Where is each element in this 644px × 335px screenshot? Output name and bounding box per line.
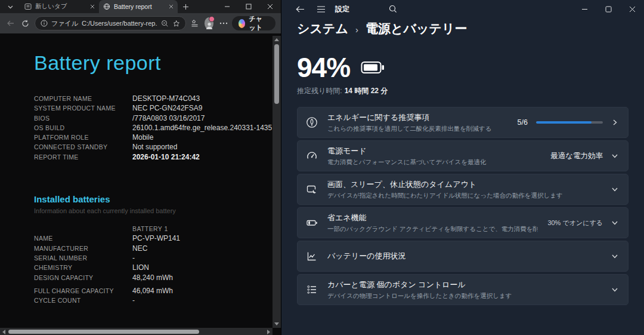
- battery-info-row: NAMEPC-VP-WP141: [34, 233, 281, 243]
- controls-list-icon: [306, 284, 318, 296]
- browser-close-button[interactable]: [259, 0, 281, 13]
- battery-info-label: [34, 224, 132, 233]
- navigation-menu-button[interactable]: [317, 6, 326, 13]
- horizontal-scroll-thumb[interactable]: [8, 330, 199, 334]
- hamburger-icon: [317, 6, 326, 13]
- settings-maximize-button[interactable]: [596, 0, 620, 18]
- favorites-hub-icon: [190, 19, 199, 27]
- installed-batteries-subtitle: Information about each currently install…: [34, 207, 281, 214]
- globe-icon: [103, 3, 110, 10]
- battery-info-row: CHEMISTRYLION: [34, 263, 281, 272]
- system-info-label: REPORT TIME: [34, 152, 132, 162]
- remaining-time-label: 推定残り時間:: [297, 87, 342, 95]
- tab-close-icon[interactable]: [90, 4, 95, 9]
- energy-progress-label: 5/6: [518, 118, 528, 127]
- system-info-row: PLATFORM ROLEMobile: [34, 133, 281, 142]
- settings-close-button[interactable]: [620, 0, 644, 18]
- card-lid-power-button-controls[interactable]: カバーと電源 個のボタン コントロール デバイスの物理コントロールを操作したとき…: [297, 274, 628, 305]
- card-energy-recommendations[interactable]: エネルギーに関する推奨事項 これらの推奨事項を適用して二酸化炭素排出量を削減する…: [297, 107, 628, 138]
- tab-close-icon[interactable]: [169, 4, 174, 9]
- battery-eco-icon: [306, 217, 318, 229]
- energy-progress-bar: [536, 121, 603, 124]
- card-title: 画面、スリープ、休止状態のタイムアウト: [327, 179, 602, 190]
- battery-info-table: BATTERY 1NAMEPC-VP-WP141MANUFACTURERNECS…: [34, 224, 281, 305]
- card-power-mode[interactable]: 電源モード 電力消費とパフォーマンスに基づいてデバイスを最適化 最適な電力効率: [297, 140, 628, 171]
- battery-info-value: NEC: [132, 244, 147, 253]
- tab-label: 新しいタブ: [35, 2, 86, 11]
- copilot-icon: [239, 19, 245, 28]
- tab-search-button[interactable]: [0, 0, 20, 13]
- scroll-right-arrow[interactable]: [267, 330, 270, 334]
- battery-report-page: Battery report COMPUTER NAMEDESKTOP-M74C…: [0, 33, 281, 335]
- battery-info-value: LION: [132, 263, 149, 272]
- refresh-button[interactable]: [20, 16, 30, 30]
- vertical-scrollbar[interactable]: [273, 36, 281, 328]
- settings-search-button[interactable]: [389, 5, 397, 13]
- card-subtitle: 一部のバックグラウンド アクティビティを制限することで、電力消費を削減し、バッテ…: [327, 225, 538, 233]
- scroll-left-arrow[interactable]: [2, 330, 5, 334]
- battery-info-label: MANUFACTURER: [34, 244, 132, 253]
- ellipsis-icon: [219, 22, 228, 24]
- back-arrow-icon: [7, 19, 15, 27]
- remaining-time-value: 14 時間 22 分: [345, 87, 388, 95]
- battery-info-row: BATTERY 1: [34, 224, 281, 233]
- battery-info-label: DESIGN CAPACITY: [34, 273, 132, 282]
- system-info-label: BIOS: [34, 113, 132, 123]
- scroll-down-arrow[interactable]: [274, 322, 279, 325]
- back-button[interactable]: [5, 16, 16, 30]
- browser-minimize-button[interactable]: [216, 0, 238, 13]
- copilot-chat-button[interactable]: チャット: [232, 16, 275, 30]
- chevron-down-icon: [611, 219, 618, 226]
- breadcrumb-system[interactable]: システム: [297, 20, 348, 37]
- settings-window: 設定 システム › 電源とバッテリー 94% 推定残り時間:14 時間 22 分: [281, 0, 644, 335]
- system-info-value: Not supported: [132, 142, 177, 152]
- system-info-value: /778A0803 03/16/2017: [132, 113, 205, 123]
- system-info-value: NEC PC-GN242FSA9: [132, 103, 202, 113]
- chevron-down-icon: [611, 253, 618, 260]
- battery-info-value: -: [132, 296, 135, 305]
- more-menu-button[interactable]: [218, 16, 228, 30]
- new-tab-button[interactable]: [178, 0, 193, 13]
- card-battery-usage[interactable]: バッテリーの使用状況: [297, 241, 628, 272]
- favorite-star-icon[interactable]: [172, 20, 180, 27]
- battery-info-row: DESIGN CAPACITY48,240 mWh: [34, 273, 281, 282]
- battery-info-row: FULL CHARGE CAPACITY46,094 mWh: [34, 286, 281, 296]
- settings-minimize-button[interactable]: [572, 0, 596, 18]
- energy-saver-value: 30% でオンにする: [547, 219, 603, 228]
- tab-battery-report[interactable]: Battery report: [99, 0, 178, 13]
- card-title: 省エネ機能: [327, 213, 538, 223]
- tab-new-tab[interactable]: 新しいタブ: [20, 0, 99, 13]
- vertical-scroll-thumb[interactable]: [274, 44, 279, 104]
- browser-window: 新しいタブ Battery report: [0, 0, 281, 335]
- url-text: C:/Users/user/battery-rep...: [82, 20, 157, 27]
- url-scheme-label: ファイル: [51, 19, 78, 28]
- plus-icon: [182, 4, 189, 10]
- system-info-value: 26100.1.amd64fre.ge_release.240331-1435: [132, 123, 272, 133]
- copilot-chat-label: チャット: [249, 14, 269, 32]
- settings-back-button[interactable]: [296, 5, 305, 13]
- scroll-up-arrow[interactable]: [274, 38, 279, 41]
- zoom-out-icon[interactable]: [161, 20, 169, 27]
- battery-icon: [361, 61, 385, 74]
- card-energy-saver[interactable]: 省エネ機能 一部のバックグラウンド アクティビティを制限することで、電力消費を削…: [297, 207, 628, 238]
- battery-info-value: 46,094 mWh: [132, 286, 173, 296]
- settings-cards: エネルギーに関する推奨事項 これらの推奨事項を適用して二酸化炭素排出量を削減する…: [297, 107, 628, 305]
- page-title: 電源とバッテリー: [366, 20, 467, 37]
- card-subtitle: 電力消費とパフォーマンスに基づいてデバイスを最適化: [327, 158, 541, 167]
- info-icon: [41, 20, 48, 27]
- battery-info-label: CHEMISTRY: [34, 263, 132, 272]
- profile-avatar[interactable]: [205, 17, 213, 29]
- card-title: 電源モード: [327, 146, 541, 156]
- system-info-row: CONNECTED STANDBYNot supported: [34, 142, 281, 152]
- browser-maximize-button[interactable]: [238, 0, 259, 13]
- browser-toolbar: ファイル C:/Users/user/battery-rep... チャット: [0, 13, 281, 33]
- horizontal-scrollbar[interactable]: [0, 328, 273, 335]
- back-arrow-icon: [296, 5, 305, 13]
- address-bar[interactable]: ファイル C:/Users/user/battery-rep...: [35, 16, 186, 30]
- card-screen-sleep-timeouts[interactable]: 画面、スリープ、休止状態のタイムアウト デバイスが指定された時間にわたりアイドル…: [297, 174, 628, 205]
- settings-app-label: 設定: [335, 4, 349, 14]
- favorites-hub-button[interactable]: [190, 16, 200, 30]
- system-info-row: REPORT TIME2026-01-10 21:24:42: [34, 152, 281, 162]
- battery-info-value: 48,240 mWh: [132, 273, 173, 282]
- settings-titlebar: 設定: [281, 0, 644, 18]
